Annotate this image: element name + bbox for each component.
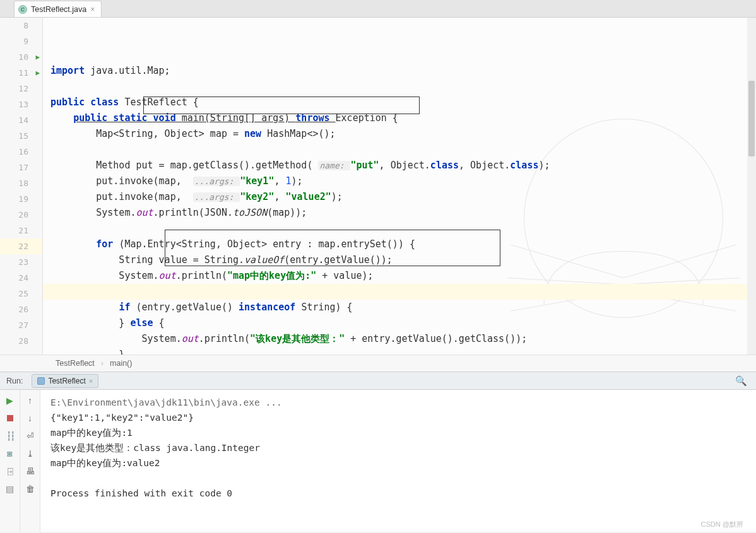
file-tab[interactable]: C TestReflect.java ×	[14, 1, 102, 17]
code-line[interactable]: put.invoke(map, ...args: "key1", 1);	[43, 173, 756, 189]
line-number[interactable]: 14	[0, 112, 42, 128]
code-line[interactable]: import java.util.Map;	[43, 63, 756, 79]
line-number[interactable]: 13	[0, 97, 42, 112]
line-number[interactable]: 10▶	[0, 49, 42, 65]
line-number[interactable]: 17	[0, 160, 42, 175]
console-line: map中的key值为:value2	[50, 455, 746, 471]
scrollbar-thumb[interactable]	[748, 81, 755, 156]
line-number[interactable]: 18	[0, 175, 42, 191]
code-line[interactable]: String value = String.valueOf(entry.getV…	[43, 252, 756, 268]
run-config-name: TestReflect	[48, 377, 85, 385]
line-number[interactable]: 9	[0, 33, 42, 49]
line-number[interactable]: 28	[0, 333, 42, 349]
camera-icon[interactable]: ◙	[4, 448, 16, 459]
code-line[interactable]: Method put = map.getClass().getMethod( n…	[43, 158, 756, 173]
run-gutter-icon[interactable]: ▶	[35, 53, 40, 61]
console-output[interactable]: E:\Environment\java\jdk11\bin\java.exe .…	[40, 390, 756, 532]
code-line[interactable]: }	[43, 347, 756, 354]
code-line[interactable]: public static void main(String[] args) t…	[43, 110, 756, 126]
line-number[interactable]: 25	[0, 286, 42, 302]
console-line: {"key1":1,"key2":"value2"}	[50, 410, 746, 425]
code-line[interactable]	[43, 142, 756, 158]
code-line[interactable]: for (Map.Entry<String, Object> entry : m…	[43, 237, 756, 252]
run-gutter-icon[interactable]: ▶	[35, 69, 40, 77]
run-toolwindow-body: ▶ ┇┇ ◙ ⍈ ▤ ↑ ↓ ⏎ ⤓ 🖶 🗑 E:\Environment\ja…	[0, 390, 756, 532]
stop-icon[interactable]	[4, 413, 16, 424]
exit-icon[interactable]: ⍈	[4, 466, 16, 477]
file-tab-label: TestReflect.java	[31, 5, 86, 14]
line-number[interactable]: 15	[0, 128, 42, 144]
wrap-icon[interactable]: ⏎	[25, 430, 36, 442]
line-number[interactable]: 27	[0, 317, 42, 333]
code-line[interactable]: Map<String, Object> map = new HashMap<>(…	[43, 126, 756, 142]
down-icon[interactable]: ↓	[25, 413, 36, 424]
console-line: E:\Environment\java\jdk11\bin\java.exe .…	[50, 395, 746, 410]
line-number[interactable]: 21	[0, 223, 42, 238]
close-icon[interactable]: ×	[90, 5, 95, 14]
code-line[interactable]: put.invoke(map, ...args: "key2", "value2…	[43, 189, 756, 205]
breadcrumb-method[interactable]: main()	[110, 359, 132, 368]
code-line[interactable]	[43, 221, 756, 237]
run-actions-column-2: ↑ ↓ ⏎ ⤓ 🖶 🗑	[20, 390, 40, 532]
editor-tab-bar: C TestReflect.java ×	[0, 0, 756, 18]
code-line[interactable]: } else {	[43, 315, 756, 331]
layout-icon[interactable]: ▤	[4, 483, 16, 495]
code-line[interactable]: System.out.println("map中的key值为:" + value…	[43, 268, 756, 284]
up-icon[interactable]: ↑	[25, 395, 36, 406]
console-line: map中的key值为:1	[50, 425, 746, 440]
line-number[interactable]: 23	[0, 254, 42, 270]
svg-rect-7	[7, 415, 13, 421]
line-number[interactable]: 19	[0, 191, 42, 207]
close-icon[interactable]: ×	[89, 377, 93, 385]
console-line: 该key是其他类型：class java.lang.Integer	[50, 440, 746, 455]
line-number[interactable]: 12	[0, 81, 42, 97]
breadcrumb: TestReflect › main()	[0, 354, 756, 372]
code-line[interactable]: public class TestReflect {	[43, 95, 756, 110]
editor-scrollbar[interactable]	[747, 18, 756, 354]
code-line[interactable]	[43, 79, 756, 95]
run-config-tab[interactable]: TestReflect ×	[32, 374, 98, 388]
scroll-to-end-icon[interactable]: ⤓	[25, 448, 36, 459]
run-actions-column-1: ▶ ┇┇ ◙ ⍈ ▤	[0, 390, 20, 532]
print-icon[interactable]: 🖶	[25, 466, 36, 477]
line-number[interactable]: 16	[0, 144, 42, 160]
java-class-icon: C	[18, 5, 27, 14]
application-icon	[37, 377, 45, 385]
code-line[interactable]: System.out.println(JSON.toJSON(map));	[43, 205, 756, 221]
line-number[interactable]: 11▶	[0, 65, 42, 81]
rerun-icon[interactable]: ▶	[4, 395, 16, 406]
editor-pane: 8910▶11▶12131415161718192021222324252627…	[0, 18, 756, 354]
line-number[interactable]: 24	[0, 270, 42, 286]
chevron-right-icon: ›	[101, 359, 103, 368]
pause-icon[interactable]: ┇┇	[4, 430, 16, 442]
breadcrumb-class[interactable]: TestReflect	[56, 359, 95, 368]
line-number-gutter[interactable]: 8910▶11▶12131415161718192021222324252627…	[0, 18, 43, 354]
code-line[interactable]	[43, 284, 756, 300]
console-line	[50, 471, 746, 486]
run-toolwindow-header: Run: TestReflect × 🔍	[0, 372, 756, 390]
code-line[interactable]: if (entry.getValue() instanceof String) …	[43, 300, 756, 315]
code-area[interactable]: import java.util.Map; public class TestR…	[43, 18, 756, 354]
watermark: CSDN @默辨	[701, 520, 743, 529]
line-number[interactable]: 26	[0, 302, 42, 317]
line-number[interactable]: 8	[0, 18, 42, 33]
trash-icon[interactable]: 🗑	[25, 483, 36, 495]
search-icon[interactable]: 🔍	[735, 375, 747, 387]
line-number[interactable]: 20	[0, 207, 42, 223]
line-number[interactable]: 22	[0, 238, 42, 254]
run-label: Run:	[0, 377, 29, 385]
code-line[interactable]: System.out.println("该key是其他类型：" + entry.…	[43, 331, 756, 347]
console-line: Process finished with exit code 0	[50, 486, 746, 501]
